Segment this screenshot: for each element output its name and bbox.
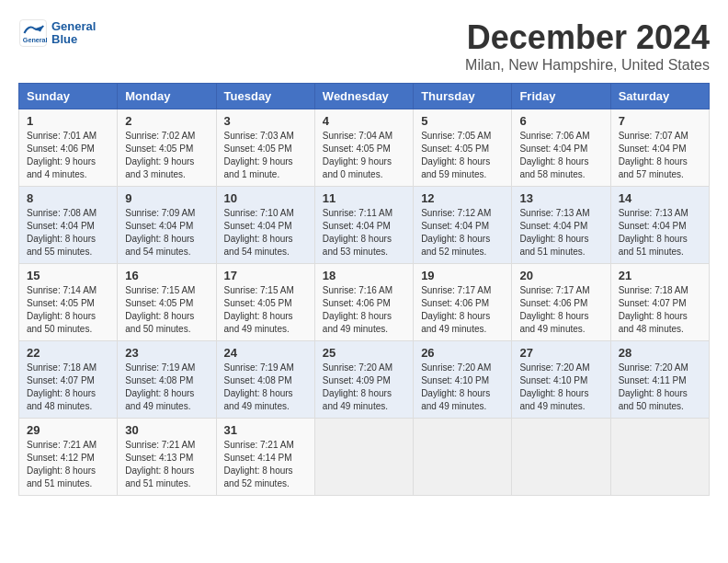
svg-text:General: General bbox=[23, 36, 48, 44]
calendar-cell: 26 Sunrise: 7:20 AMSunset: 4:10 PMDaylig… bbox=[414, 341, 512, 419]
day-number: 7 bbox=[619, 114, 701, 128]
day-info: Sunrise: 7:20 AMSunset: 4:10 PMDaylight:… bbox=[421, 362, 491, 411]
day-info: Sunrise: 7:12 AMSunset: 4:04 PMDaylight:… bbox=[421, 208, 491, 257]
day-number: 11 bbox=[323, 191, 405, 205]
weekday-header: Sunday bbox=[19, 84, 118, 109]
day-number: 3 bbox=[224, 114, 307, 128]
day-number: 23 bbox=[125, 346, 208, 360]
calendar-week-row: 22 Sunrise: 7:18 AMSunset: 4:07 PMDaylig… bbox=[19, 341, 710, 419]
day-number: 1 bbox=[27, 114, 109, 128]
day-number: 25 bbox=[323, 346, 405, 360]
calendar-cell bbox=[610, 419, 709, 496]
calendar-cell: 31 Sunrise: 7:21 AMSunset: 4:14 PMDaylig… bbox=[216, 419, 314, 496]
day-info: Sunrise: 7:20 AMSunset: 4:10 PMDaylight:… bbox=[519, 362, 589, 411]
day-info: Sunrise: 7:13 AMSunset: 4:04 PMDaylight:… bbox=[519, 208, 589, 257]
calendar-week-row: 8 Sunrise: 7:08 AMSunset: 4:04 PMDayligh… bbox=[19, 187, 710, 264]
day-number: 6 bbox=[519, 114, 602, 128]
day-info: Sunrise: 7:15 AMSunset: 4:05 PMDaylight:… bbox=[125, 285, 195, 334]
day-info: Sunrise: 7:18 AMSunset: 4:07 PMDaylight:… bbox=[27, 362, 97, 411]
weekday-header: Tuesday bbox=[216, 84, 314, 109]
calendar-cell: 14 Sunrise: 7:13 AMSunset: 4:04 PMDaylig… bbox=[610, 187, 709, 264]
weekday-header: Friday bbox=[512, 84, 610, 109]
title-section: December 2024 Milan, New Hampshire, Unit… bbox=[465, 18, 710, 74]
day-number: 30 bbox=[125, 423, 208, 437]
calendar-cell: 21 Sunrise: 7:18 AMSunset: 4:07 PMDaylig… bbox=[610, 264, 709, 341]
logo-text-line2: Blue bbox=[51, 33, 96, 46]
day-number: 18 bbox=[323, 269, 405, 282]
day-number: 5 bbox=[421, 114, 504, 128]
calendar-cell: 23 Sunrise: 7:19 AMSunset: 4:08 PMDaylig… bbox=[118, 341, 216, 419]
day-info: Sunrise: 7:10 AMSunset: 4:04 PMDaylight:… bbox=[224, 208, 294, 257]
calendar-cell bbox=[414, 419, 512, 496]
day-info: Sunrise: 7:04 AMSunset: 4:05 PMDaylight:… bbox=[323, 131, 392, 179]
calendar-cell: 7 Sunrise: 7:07 AMSunset: 4:04 PMDayligh… bbox=[610, 109, 709, 187]
calendar-cell: 24 Sunrise: 7:19 AMSunset: 4:08 PMDaylig… bbox=[216, 341, 314, 419]
day-info: Sunrise: 7:20 AMSunset: 4:09 PMDaylight:… bbox=[323, 362, 392, 411]
calendar-cell bbox=[512, 419, 610, 496]
day-info: Sunrise: 7:17 AMSunset: 4:06 PMDaylight:… bbox=[519, 285, 589, 334]
day-number: 27 bbox=[519, 346, 602, 360]
day-info: Sunrise: 7:21 AMSunset: 4:14 PMDaylight:… bbox=[224, 440, 294, 488]
weekday-header: Saturday bbox=[610, 84, 709, 109]
day-info: Sunrise: 7:17 AMSunset: 4:06 PMDaylight:… bbox=[421, 285, 491, 334]
day-info: Sunrise: 7:11 AMSunset: 4:04 PMDaylight:… bbox=[323, 208, 392, 257]
weekday-header-row: SundayMondayTuesdayWednesdayThursdayFrid… bbox=[19, 84, 710, 109]
day-info: Sunrise: 7:08 AMSunset: 4:04 PMDaylight:… bbox=[27, 208, 97, 257]
day-info: Sunrise: 7:14 AMSunset: 4:05 PMDaylight:… bbox=[27, 285, 97, 334]
location-title: Milan, New Hampshire, United States bbox=[465, 57, 710, 74]
day-number: 13 bbox=[519, 191, 602, 205]
calendar-cell: 1 Sunrise: 7:01 AMSunset: 4:06 PMDayligh… bbox=[19, 109, 118, 187]
day-info: Sunrise: 7:18 AMSunset: 4:07 PMDaylight:… bbox=[619, 285, 688, 334]
day-info: Sunrise: 7:21 AMSunset: 4:13 PMDaylight:… bbox=[125, 440, 195, 488]
calendar-cell: 5 Sunrise: 7:05 AMSunset: 4:05 PMDayligh… bbox=[414, 109, 512, 187]
calendar-cell: 19 Sunrise: 7:17 AMSunset: 4:06 PMDaylig… bbox=[414, 264, 512, 341]
day-info: Sunrise: 7:19 AMSunset: 4:08 PMDaylight:… bbox=[125, 362, 195, 411]
calendar-table: SundayMondayTuesdayWednesdayThursdayFrid… bbox=[18, 83, 710, 496]
day-number: 12 bbox=[421, 191, 504, 205]
calendar-cell: 4 Sunrise: 7:04 AMSunset: 4:05 PMDayligh… bbox=[314, 109, 413, 187]
day-info: Sunrise: 7:03 AMSunset: 4:05 PMDaylight:… bbox=[224, 131, 294, 179]
day-number: 14 bbox=[619, 191, 701, 205]
day-info: Sunrise: 7:06 AMSunset: 4:04 PMDaylight:… bbox=[519, 131, 589, 179]
logo-icon: General bbox=[18, 18, 48, 48]
header: General General Blue December 2024 Milan… bbox=[18, 18, 710, 74]
day-number: 20 bbox=[519, 269, 602, 282]
day-number: 24 bbox=[224, 346, 307, 360]
day-number: 21 bbox=[619, 269, 701, 282]
day-info: Sunrise: 7:02 AMSunset: 4:05 PMDaylight:… bbox=[125, 131, 195, 179]
day-number: 28 bbox=[619, 346, 701, 360]
weekday-header: Wednesday bbox=[314, 84, 413, 109]
day-number: 17 bbox=[224, 269, 307, 282]
calendar-cell: 25 Sunrise: 7:20 AMSunset: 4:09 PMDaylig… bbox=[314, 341, 413, 419]
calendar-cell: 2 Sunrise: 7:02 AMSunset: 4:05 PMDayligh… bbox=[118, 109, 216, 187]
day-number: 16 bbox=[125, 269, 208, 282]
logo-text-line1: General bbox=[51, 20, 96, 33]
day-number: 22 bbox=[27, 346, 109, 360]
calendar-cell bbox=[314, 419, 413, 496]
day-info: Sunrise: 7:20 AMSunset: 4:11 PMDaylight:… bbox=[619, 362, 688, 411]
calendar-cell: 11 Sunrise: 7:11 AMSunset: 4:04 PMDaylig… bbox=[314, 187, 413, 264]
day-number: 2 bbox=[125, 114, 208, 128]
day-info: Sunrise: 7:05 AMSunset: 4:05 PMDaylight:… bbox=[421, 131, 491, 179]
month-title: December 2024 bbox=[465, 18, 710, 57]
calendar-cell: 10 Sunrise: 7:10 AMSunset: 4:04 PMDaylig… bbox=[216, 187, 314, 264]
day-info: Sunrise: 7:09 AMSunset: 4:04 PMDaylight:… bbox=[125, 208, 195, 257]
logo: General General Blue bbox=[18, 18, 96, 48]
calendar-cell: 9 Sunrise: 7:09 AMSunset: 4:04 PMDayligh… bbox=[118, 187, 216, 264]
day-info: Sunrise: 7:19 AMSunset: 4:08 PMDaylight:… bbox=[224, 362, 294, 411]
calendar-cell: 12 Sunrise: 7:12 AMSunset: 4:04 PMDaylig… bbox=[414, 187, 512, 264]
day-info: Sunrise: 7:15 AMSunset: 4:05 PMDaylight:… bbox=[224, 285, 294, 334]
calendar-cell: 8 Sunrise: 7:08 AMSunset: 4:04 PMDayligh… bbox=[19, 187, 118, 264]
calendar-cell: 30 Sunrise: 7:21 AMSunset: 4:13 PMDaylig… bbox=[118, 419, 216, 496]
calendar-cell: 18 Sunrise: 7:16 AMSunset: 4:06 PMDaylig… bbox=[314, 264, 413, 341]
day-info: Sunrise: 7:13 AMSunset: 4:04 PMDaylight:… bbox=[619, 208, 688, 257]
day-number: 10 bbox=[224, 191, 307, 205]
calendar-cell: 20 Sunrise: 7:17 AMSunset: 4:06 PMDaylig… bbox=[512, 264, 610, 341]
calendar-cell: 16 Sunrise: 7:15 AMSunset: 4:05 PMDaylig… bbox=[118, 264, 216, 341]
calendar-cell: 13 Sunrise: 7:13 AMSunset: 4:04 PMDaylig… bbox=[512, 187, 610, 264]
calendar-cell: 6 Sunrise: 7:06 AMSunset: 4:04 PMDayligh… bbox=[512, 109, 610, 187]
day-number: 29 bbox=[27, 423, 109, 437]
calendar-cell: 17 Sunrise: 7:15 AMSunset: 4:05 PMDaylig… bbox=[216, 264, 314, 341]
calendar-cell: 22 Sunrise: 7:18 AMSunset: 4:07 PMDaylig… bbox=[19, 341, 118, 419]
calendar-cell: 29 Sunrise: 7:21 AMSunset: 4:12 PMDaylig… bbox=[19, 419, 118, 496]
